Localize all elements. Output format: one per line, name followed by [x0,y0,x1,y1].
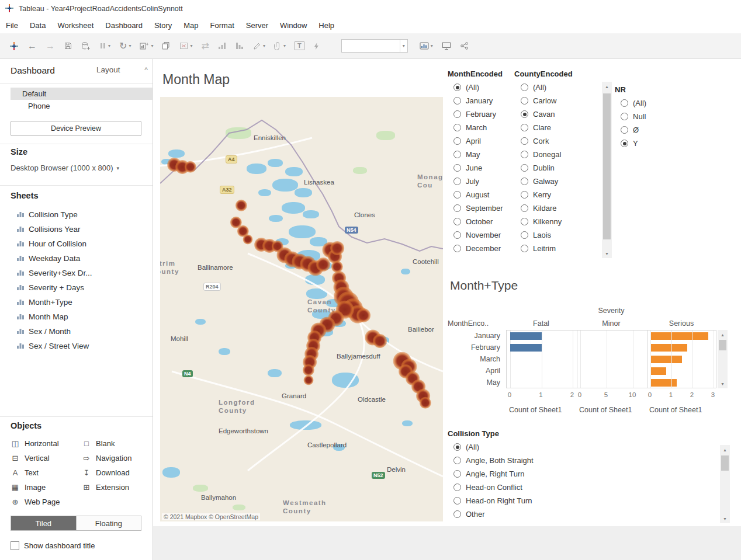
radio-option-angle-both-straight[interactable]: Angle, Both Straight [448,454,534,467]
scroll-thumb[interactable] [603,93,611,239]
object-item-vertical[interactable]: ⊟Vertical [11,451,50,465]
radio-button[interactable] [521,204,528,212]
radio-option-y[interactable]: Y [615,137,646,150]
bar-minor-may[interactable] [650,379,677,387]
bar-minor-february[interactable] [650,344,687,352]
radio-option-[interactable]: Ø [615,123,646,137]
radio-button[interactable] [453,137,461,145]
bar-fatal-february[interactable] [510,344,542,352]
text-annotation-icon[interactable]: T [295,41,304,50]
bar-fatal-january[interactable] [510,332,542,340]
fix-axes-icon[interactable] [313,42,320,50]
radio-button[interactable] [453,245,461,252]
radio-button[interactable] [453,470,461,478]
radio-button[interactable] [621,126,628,134]
radio-option-all[interactable]: (All) [615,96,646,110]
object-item-navigation[interactable]: ⇨Navigation [82,451,131,465]
radio-option-other[interactable]: Other [448,507,534,521]
clear-sheet-icon[interactable]: ▾ [179,41,192,50]
radio-option-all[interactable]: (All) [514,81,573,94]
radio-option-january[interactable]: January [448,94,503,107]
tab-dashboard[interactable]: Dashboard [11,65,55,76]
radio-button[interactable] [453,484,461,491]
radio-button[interactable] [521,191,528,199]
tiled-button[interactable]: Tiled [11,516,76,530]
sheet-item-month-type[interactable]: Month+Type [0,295,153,309]
radio-button[interactable] [453,231,461,239]
sort-descending-icon[interactable] [236,41,244,50]
radio-button[interactable] [453,218,461,225]
tableau-logo-icon[interactable] [9,41,19,51]
sheet-item-collision-type[interactable]: Collision Type [0,207,153,222]
sheet-item-collisions-year[interactable]: Collisions Year [0,222,153,236]
radio-option-cork[interactable]: Cork [514,134,573,148]
size-dropdown[interactable]: Desktop Browser (1000 x 800) ▾ [11,164,119,172]
scroll-thumb[interactable] [719,340,726,350]
undo-icon[interactable]: ← [27,41,37,51]
radio-option-june[interactable]: June [448,161,503,175]
radio-button[interactable] [521,178,528,185]
bar-minor-january[interactable] [650,332,708,340]
radio-button[interactable] [521,151,528,158]
accident-hotspot-mark[interactable] [316,258,330,272]
bar-minor-april[interactable] [650,367,666,375]
redo-icon[interactable]: → [46,41,55,51]
radio-option-july[interactable]: July [448,175,503,188]
presentation-mode-icon[interactable] [442,41,451,50]
radio-button[interactable] [453,84,461,91]
sheet-item-sex-street-view[interactable]: Sex / Street View [0,339,153,353]
menu-file[interactable]: File [0,19,24,32]
radio-option-all[interactable]: (All) [448,81,503,94]
radio-option-november[interactable]: November [448,228,503,242]
radio-option-angle-right-turn[interactable]: Angle, Right Turn [448,467,534,481]
sort-ascending-icon[interactable] [218,41,227,50]
radio-button[interactable] [453,110,461,118]
radio-button[interactable] [621,99,628,107]
menu-story[interactable]: Story [148,19,178,32]
radio-button[interactable] [621,113,628,120]
radio-option-cavan[interactable]: Cavan [514,107,573,121]
share-icon[interactable] [460,41,469,50]
radio-option-clare[interactable]: Clare [514,121,573,134]
object-item-download[interactable]: ↧Download [82,465,130,480]
radio-button[interactable] [453,151,461,158]
menu-dashboard[interactable]: Dashboard [99,19,148,32]
device-item-phone[interactable]: Phone [11,100,159,112]
radio-button[interactable] [453,164,461,172]
menu-server[interactable]: Server [240,19,274,32]
swap-axes-icon[interactable]: ⇄ [201,41,209,51]
tab-layout[interactable]: Layout [96,65,120,74]
radio-button[interactable] [521,164,528,172]
accident-hotspot-mark[interactable] [243,235,253,245]
radio-option-donegal[interactable]: Donegal [514,148,573,161]
radio-option-dublin[interactable]: Dublin [514,161,573,175]
bar-minor-march[interactable] [650,356,682,363]
accident-hotspot-mark[interactable] [304,375,314,385]
duplicate-icon[interactable] [162,41,171,50]
radio-option-null[interactable]: Null [615,110,646,123]
device-item-default[interactable]: Default [11,88,153,100]
radio-button[interactable] [521,124,528,131]
scroll-up-arrow[interactable]: ▲ [720,445,730,454]
menu-map[interactable]: Map [178,19,204,32]
save-icon[interactable] [64,41,72,50]
radio-button[interactable] [453,191,461,199]
accident-hotspot-mark[interactable] [373,334,387,348]
radio-option-march[interactable]: March [448,121,503,134]
show-dashboard-title-checkbox[interactable] [11,541,19,550]
object-item-web-page[interactable]: ⊕Web Page [11,495,60,509]
radio-button[interactable] [521,97,528,105]
radio-option-head-on-right-turn[interactable]: Head-on Right Turn [448,494,534,507]
accident-hotspot-mark[interactable] [330,241,344,255]
radio-option-kerry[interactable]: Kerry [514,188,573,201]
radio-option-head-on-conflict[interactable]: Head-on Conflict [448,481,534,494]
new-datasource-icon[interactable] [81,41,91,50]
toolbar-combo-box[interactable]: ▾ [341,39,408,53]
radio-option-december[interactable]: December [448,242,503,255]
radio-option-laois[interactable]: Laois [514,228,573,242]
floating-button[interactable]: Floating [76,516,141,530]
object-item-extension[interactable]: ⊞Extension [82,480,129,495]
show-me-icon[interactable]: ▾ [420,41,433,50]
radio-button[interactable] [521,231,528,239]
object-item-text[interactable]: AText [11,465,39,480]
